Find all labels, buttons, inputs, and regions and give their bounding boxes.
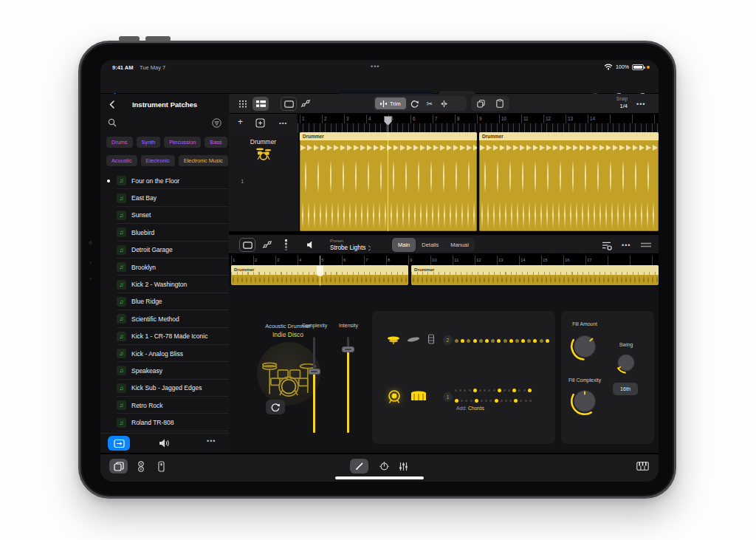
patch-list-item[interactable]: Sunset	[100, 207, 229, 224]
pattern-dot[interactable]	[484, 389, 486, 392]
editor-tab[interactable]: Details	[416, 238, 444, 252]
pattern-dot[interactable]	[467, 339, 470, 343]
kick-drum-icon[interactable]	[387, 389, 402, 404]
pattern-dot[interactable]	[495, 399, 498, 403]
patch-list-item[interactable]: East Bay	[100, 189, 229, 206]
refresh-pattern-button[interactable]	[266, 400, 285, 414]
fill-amount-knob[interactable]	[568, 330, 601, 363]
preview-volume-icon[interactable]	[159, 439, 170, 448]
pattern-dot[interactable]	[455, 399, 458, 403]
filter-chip[interactable]: Acoustic	[106, 155, 137, 166]
patch-list-item[interactable]: Kick 2 - Washington	[100, 276, 229, 293]
automation-icon[interactable]	[300, 98, 312, 109]
editor-tab[interactable]: Manual	[444, 238, 475, 252]
pattern-dot[interactable]	[485, 339, 489, 343]
pattern-dot[interactable]	[520, 400, 522, 402]
pattern-dot[interactable]	[465, 400, 467, 402]
editor-more-icon[interactable]: •••	[622, 242, 630, 249]
pattern-dot[interactable]	[533, 339, 537, 343]
pattern-dot[interactable]	[475, 399, 478, 403]
search-icon[interactable]	[108, 118, 117, 127]
ride-cymbal-icon[interactable]	[407, 335, 420, 344]
pattern-dot[interactable]	[489, 400, 492, 402]
complexity-slider[interactable]	[313, 337, 315, 433]
pattern-dot[interactable]	[470, 400, 472, 402]
filter-chip[interactable]: Drums	[106, 137, 133, 148]
pattern-dot[interactable]	[509, 400, 512, 402]
pattern-dot[interactable]	[485, 400, 487, 402]
pattern-dot[interactable]	[540, 339, 543, 343]
pattern-dot[interactable]	[455, 339, 458, 343]
patch-list-item[interactable]: Scientific Method	[100, 310, 229, 327]
split-scissors-icon[interactable]: ✂	[422, 100, 437, 108]
pattern-dot[interactable]	[525, 400, 527, 402]
pattern-dot[interactable]	[459, 389, 461, 392]
editor-bar-ruler[interactable]: 1234567891011121314151617	[231, 256, 659, 265]
panel-resize-handle[interactable]	[641, 242, 651, 247]
mixer-panel-button[interactable]	[131, 459, 150, 474]
paste-icon[interactable]	[490, 99, 509, 108]
pattern-dot[interactable]	[514, 399, 518, 403]
pencil-tool-button[interactable]	[350, 459, 368, 474]
pattern-dot[interactable]	[518, 389, 520, 392]
patch-list-item[interactable]: Four on the Floor	[100, 172, 229, 189]
filter-icon[interactable]	[212, 118, 221, 128]
pattern-dot[interactable]	[473, 389, 477, 392]
pattern-dot[interactable]	[529, 400, 532, 402]
tracks-view-icon[interactable]	[252, 97, 269, 111]
preset-selector[interactable]: Preset Strobe Lights	[330, 237, 371, 252]
pattern-dot[interactable]	[509, 339, 513, 343]
fill-complexity-knob[interactable]	[568, 385, 601, 417]
track-header[interactable]: Drummer 1	[229, 132, 298, 231]
patch-list-item[interactable]: Speakeasy	[100, 362, 229, 379]
note-value-button[interactable]: 16th	[613, 383, 638, 395]
pattern-dot[interactable]	[504, 389, 506, 392]
toolbar-more-icon[interactable]: •••	[636, 100, 645, 108]
pattern-dot[interactable]	[498, 389, 501, 392]
filter-chip[interactable]: Electronic Music	[179, 155, 228, 166]
plugins-panel-button[interactable]	[152, 459, 171, 474]
pattern-dot[interactable]	[527, 339, 531, 343]
editor-filter-settings-icon[interactable]	[601, 240, 613, 250]
copy-icon[interactable]	[471, 100, 490, 108]
pattern-dot[interactable]	[515, 339, 519, 343]
pattern-dot[interactable]	[497, 339, 501, 343]
bar-ruler[interactable]: 1234567891011121314	[300, 115, 659, 123]
faders-button[interactable]	[394, 459, 413, 474]
patch-list-item[interactable]: Kick - Analog Bliss	[100, 345, 229, 362]
patch-list-item[interactable]: Blue Ridge	[100, 293, 229, 310]
snare-drum-icon[interactable]	[410, 391, 427, 403]
editor-playhead-handle[interactable]	[317, 266, 323, 276]
pattern-dot[interactable]	[501, 400, 503, 402]
pattern-dot[interactable]	[508, 389, 510, 392]
keyboard-button[interactable]	[633, 459, 652, 474]
browser-panel-button[interactable]	[109, 459, 128, 474]
loop-tool-icon[interactable]	[408, 100, 422, 108]
editor-region-2[interactable]: Drummer	[411, 265, 659, 285]
playhead-line[interactable]	[388, 116, 388, 231]
sidebar-more-icon[interactable]: •••	[207, 437, 216, 445]
track-lane[interactable]: Drummer Drummer	[298, 132, 659, 231]
trim-mode-button[interactable]: Trim	[375, 98, 406, 109]
filter-chip[interactable]: Electronic	[141, 155, 175, 166]
pattern-dot[interactable]	[479, 389, 481, 392]
editor-marquee-icon[interactable]	[239, 238, 255, 252]
nudge-dial-button[interactable]	[375, 459, 394, 474]
kick-pattern-bottom-row[interactable]	[455, 397, 552, 403]
patch-list-item[interactable]: Kick 1 - CR-78 Made Iconic	[100, 328, 229, 345]
pattern-dot[interactable]	[505, 400, 507, 402]
editor-tab[interactable]: Main	[392, 238, 416, 252]
pattern-dot[interactable]	[493, 389, 495, 392]
add-chords-control[interactable]: Add: Chords	[456, 406, 484, 411]
filter-chip[interactable]: Bass	[205, 137, 227, 148]
pattern-dot[interactable]	[464, 389, 466, 392]
velocity-icon[interactable]	[282, 239, 289, 250]
add-track-button[interactable]: +	[238, 117, 243, 127]
pattern-dot[interactable]	[488, 389, 490, 392]
marquee-tool-icon[interactable]	[281, 97, 297, 111]
shaker-icon[interactable]	[427, 333, 436, 345]
kick-pattern-top-row[interactable]	[455, 387, 552, 393]
pattern-dot[interactable]	[461, 339, 464, 343]
filter-chip[interactable]: Percussion	[164, 137, 201, 148]
snap-setting[interactable]: Snap 1/4	[602, 95, 628, 110]
